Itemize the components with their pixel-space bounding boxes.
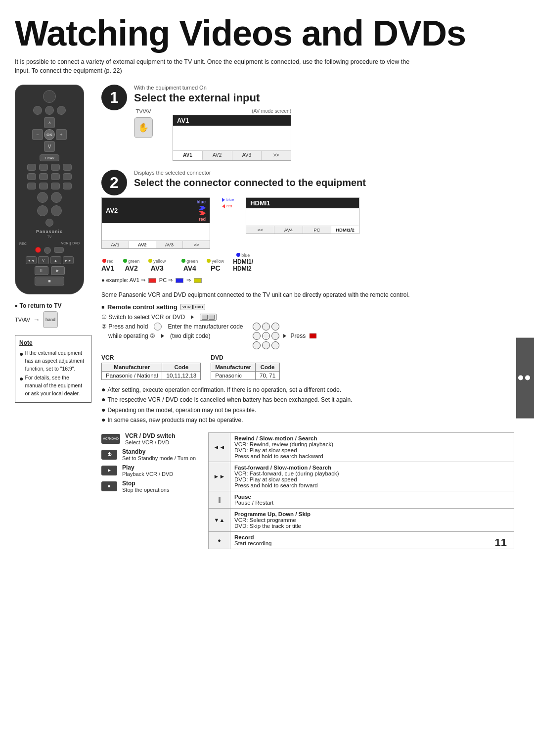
remote-play-btn[interactable]: ► [51, 266, 65, 275]
remote-num-6[interactable] [39, 173, 48, 180]
remote-num-5[interactable] [27, 173, 36, 180]
fwd-icon: ►► [209, 462, 230, 491]
dpad-up[interactable]: ∧ [44, 117, 55, 128]
conn-arrow-right-blue: blue [222, 197, 234, 202]
note-bullet-1: ● If the external equipment has an aspec… [19, 349, 87, 373]
remote-setting-title: Remote control setting VCR ‖ DVD [101, 303, 514, 311]
remote-num-9[interactable] [27, 183, 36, 189]
s1-tab-av2[interactable]: AV2 [129, 241, 156, 248]
dpad-down[interactable]: V [44, 141, 55, 152]
pause-icon: ‖ [209, 491, 230, 508]
av1-color-dot [102, 259, 106, 263]
return-tv-label: TV/AV [15, 317, 30, 323]
two-digit-text: (two digit code) [170, 332, 210, 339]
circle-7 [253, 341, 261, 349]
blue-label: blue [226, 197, 234, 202]
remote-square-dvd[interactable] [54, 247, 64, 253]
s1-tab-av1[interactable]: AV1 [102, 241, 129, 248]
s2-tab-hdmi[interactable]: HDMI1/2 [331, 226, 359, 234]
remote-num-12[interactable] [63, 183, 72, 189]
av-tab-av2[interactable]: AV2 [203, 151, 232, 160]
remote-num-1[interactable] [27, 164, 36, 171]
remote-num-10[interactable] [39, 183, 48, 189]
remote-pause-btn[interactable]: II [35, 266, 48, 275]
remote-circle-btn-2[interactable] [51, 192, 62, 203]
remote-num-row-3 [19, 183, 80, 189]
remote-setting-section: Remote control setting VCR ‖ DVD ① Switc… [101, 303, 514, 549]
function-row-rec: ● Record Start recording [208, 531, 514, 549]
av3-color-dot [148, 259, 152, 263]
remote-small-circle[interactable] [45, 219, 53, 227]
s2-tab-pc[interactable]: PC [303, 226, 331, 234]
remote-num-4[interactable] [63, 164, 72, 171]
screen2-header-text: HDMI1 [250, 199, 270, 207]
remote-btn-circle-2[interactable] [45, 106, 54, 115]
play-desc: Play Playback VCR / DVD [122, 464, 173, 477]
transport-play[interactable]: V [38, 256, 49, 264]
av-tab-more[interactable]: >> [262, 151, 291, 160]
press-label: Press [290, 332, 306, 339]
remote-num-2[interactable] [39, 164, 48, 171]
remote-tvav-btn[interactable]: TV/AV [40, 154, 59, 161]
example-row: ● example: AV1 ⇒ PC ⇒ ⇒ [101, 277, 514, 284]
switch-sq-1 [202, 315, 208, 320]
remote-btn-red[interactable] [35, 247, 41, 253]
enter-text: Enter the manufacturer code [168, 323, 243, 330]
while-op-text: while operating ② [108, 332, 155, 339]
rec-icon: ● [209, 532, 230, 549]
hdmi-color-label: blue [236, 253, 250, 258]
connector-screens: AV2 blue red AV1 [101, 197, 514, 249]
bottom-icon-labels: VCR•DVD VCR / DVD switch Select VCR / DV… [101, 432, 200, 549]
remote-num-11[interactable] [51, 183, 60, 189]
connector-screen-1: AV2 blue red AV1 [101, 197, 210, 249]
remote-circle-btn-1[interactable] [37, 192, 48, 203]
side-tab-watching-videos: Watching Videos and DVDs [495, 345, 501, 412]
s2-tab-av4[interactable]: AV4 [274, 226, 303, 234]
vcr-dvd-switch-sub: Select VCR / DVD [125, 439, 175, 445]
av2-color-label: green [123, 259, 139, 264]
remote-num-3[interactable] [51, 164, 60, 171]
s1-tab-av3[interactable]: AV3 [156, 241, 183, 248]
step1-title: Select the external input [134, 92, 514, 104]
dpad-right[interactable]: + [56, 129, 67, 140]
step1-content: With the equipment turned On Select the … [134, 85, 514, 161]
av-tab-av1[interactable]: AV1 [173, 151, 203, 160]
connector-screen-1-body [102, 223, 210, 240]
step2-header: 2 Displays the selected connector Select… [101, 170, 514, 195]
stop-sub: Stop the operations [122, 487, 169, 493]
remote-small-circle-row [19, 219, 80, 227]
fwd-hold: Press and hold to search forward [234, 482, 339, 488]
example-yellow-box [194, 278, 202, 283]
remote-circle-top[interactable] [44, 247, 51, 254]
remote-circle-row-1 [19, 192, 80, 203]
connector-screen-2-body [246, 208, 359, 226]
setting-title-text: Remote control setting [107, 303, 178, 311]
remote-btn-circle-1[interactable] [33, 106, 42, 115]
remote-stop-btn[interactable]: ■ [35, 277, 64, 285]
transport-skip[interactable]: ►► [63, 256, 74, 264]
label-av3: yellow AV3 [148, 259, 166, 272]
remote-circle-btn-3[interactable] [37, 205, 48, 216]
page-number: 11 [495, 536, 507, 549]
s1-tab-more[interactable]: >> [183, 241, 210, 248]
note-bullet-2: ● For details, see the manual of the equ… [19, 374, 87, 397]
dpad-ok[interactable]: OK [44, 129, 55, 140]
remote-circle-btn-4[interactable] [51, 205, 62, 216]
pause-desc: Pause Pause / Restart [230, 491, 277, 508]
return-tv-content: TV/AV → hand [15, 311, 91, 328]
tvav-button-icon[interactable]: ✋ [134, 117, 153, 138]
setting-step2-text: ② Press and hold [101, 323, 148, 330]
remote-num-7[interactable] [51, 173, 60, 180]
fwd-vcr: VCR: Fast-forward, cue (during playback) [234, 471, 339, 476]
after-note-text-1: After setting, execute operation confirm… [107, 385, 341, 395]
s2-tab-back[interactable]: << [246, 226, 274, 234]
vcr-manufacturer-1: Panasonic / National [102, 372, 162, 380]
av-tab-av3[interactable]: AV3 [232, 151, 262, 160]
transport-rew[interactable]: ◄◄ [26, 256, 37, 264]
standby-icon-box: ⏻ [101, 450, 117, 460]
remote-num-8[interactable] [63, 173, 72, 180]
transport-fwd[interactable]: ▲ [50, 256, 61, 264]
remote-btn-circle-3[interactable] [57, 106, 66, 115]
remote-container: ∧ − OK + V TV/AV [15, 85, 91, 403]
dpad-left[interactable]: − [32, 129, 43, 140]
